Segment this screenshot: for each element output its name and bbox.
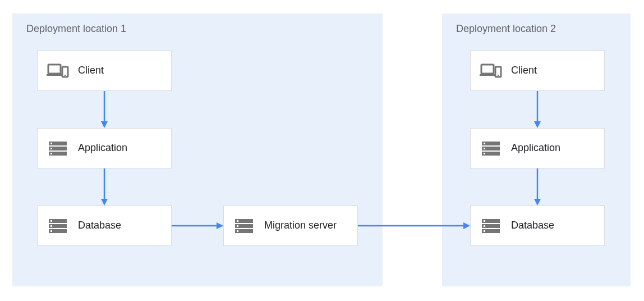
svg-rect-5 bbox=[50, 143, 52, 144]
svg-marker-41 bbox=[101, 199, 108, 206]
node-label: Client bbox=[78, 64, 104, 77]
arrow-migration-db2 bbox=[358, 222, 470, 229]
svg-marker-45 bbox=[463, 222, 470, 229]
svg-point-3 bbox=[65, 75, 66, 76]
node-client-1: Client bbox=[37, 51, 172, 91]
client-devices-icon bbox=[480, 60, 502, 82]
svg-rect-15 bbox=[50, 230, 52, 232]
node-client-2: Client bbox=[470, 51, 605, 91]
server-icon bbox=[233, 215, 255, 237]
svg-rect-31 bbox=[484, 153, 485, 154]
arrow-client1-app1 bbox=[101, 91, 108, 128]
svg-point-25 bbox=[498, 75, 499, 76]
svg-rect-29 bbox=[484, 148, 485, 149]
node-application-2: Application bbox=[470, 128, 605, 168]
node-label: Client bbox=[511, 64, 537, 77]
server-icon bbox=[480, 215, 502, 237]
svg-rect-37 bbox=[484, 230, 485, 232]
node-label: Application bbox=[78, 142, 127, 154]
svg-rect-21 bbox=[237, 230, 238, 232]
server-icon bbox=[47, 215, 69, 237]
svg-rect-9 bbox=[50, 153, 52, 154]
arrow-app2-db2 bbox=[534, 168, 541, 206]
node-label: Database bbox=[78, 219, 121, 232]
svg-rect-11 bbox=[50, 220, 52, 222]
svg-rect-22 bbox=[481, 65, 494, 74]
node-application-1: Application bbox=[37, 128, 172, 168]
node-label: Migration server bbox=[264, 219, 337, 232]
node-database-2: Database bbox=[470, 206, 605, 246]
svg-marker-49 bbox=[534, 199, 541, 206]
svg-rect-7 bbox=[50, 148, 52, 149]
svg-marker-47 bbox=[534, 121, 541, 128]
region-title-1: Deployment location 1 bbox=[26, 23, 126, 35]
svg-marker-43 bbox=[217, 222, 223, 229]
svg-rect-13 bbox=[50, 225, 52, 227]
arrow-app1-db1 bbox=[101, 168, 108, 206]
svg-rect-35 bbox=[484, 225, 485, 227]
node-label: Database bbox=[511, 219, 554, 232]
server-icon bbox=[47, 137, 69, 159]
svg-rect-27 bbox=[484, 143, 485, 144]
node-database-1: Database bbox=[37, 206, 172, 246]
svg-rect-19 bbox=[237, 225, 238, 227]
server-icon bbox=[480, 137, 502, 159]
svg-rect-1 bbox=[47, 74, 62, 76]
svg-marker-39 bbox=[101, 121, 108, 128]
region-title-2: Deployment location 2 bbox=[456, 23, 556, 35]
arrow-db1-migration bbox=[172, 222, 223, 229]
svg-rect-0 bbox=[48, 65, 61, 74]
svg-rect-17 bbox=[237, 220, 238, 222]
svg-rect-33 bbox=[484, 220, 485, 222]
svg-rect-23 bbox=[480, 74, 495, 76]
client-devices-icon bbox=[47, 60, 69, 82]
node-label: Application bbox=[511, 142, 560, 154]
node-migration-server: Migration server bbox=[223, 206, 358, 246]
arrow-client2-app2 bbox=[534, 91, 541, 128]
